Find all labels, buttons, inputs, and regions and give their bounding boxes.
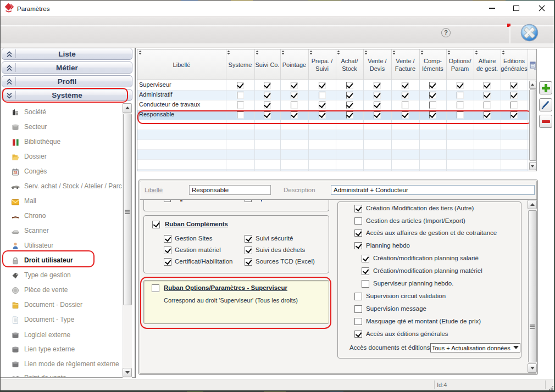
svg-text:28: 28 — [13, 171, 18, 175]
